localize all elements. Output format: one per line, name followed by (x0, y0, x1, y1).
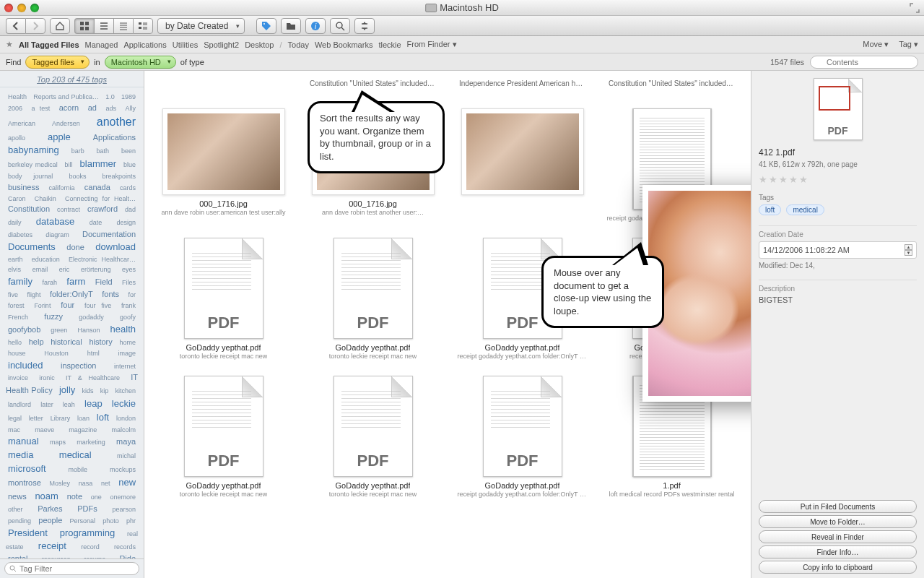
tag-item[interactable]: blue (123, 161, 136, 168)
tag-item[interactable]: noam (35, 491, 58, 501)
tag-item[interactable]: been (121, 147, 136, 155)
tag-item[interactable]: Forint (34, 302, 51, 309)
tag-item[interactable]: Documentation (82, 230, 136, 238)
tag-item[interactable]: microsoft (8, 463, 46, 474)
home-button[interactable] (50, 18, 70, 34)
tag-item[interactable]: babynaming (8, 144, 59, 155)
tag-item[interactable]: invoice (8, 374, 28, 381)
tag-item[interactable]: programming (60, 527, 116, 538)
find-pill-location[interactable]: Macintosh HD (105, 56, 176, 69)
loc-applications[interactable]: Applications (123, 40, 166, 49)
tag-item[interactable]: nasa (79, 480, 93, 487)
tag-item[interactable]: loft (97, 412, 109, 423)
tag-item[interactable]: green (51, 327, 67, 334)
sort-dropdown[interactable]: by Date Created (157, 18, 245, 34)
tag-item[interactable]: done (66, 243, 84, 251)
list-view-button[interactable] (94, 18, 113, 34)
tag-item[interactable]: fonts (102, 290, 119, 298)
close-window-button[interactable] (4, 4, 13, 12)
tag-item[interactable]: 2006 (8, 105, 22, 112)
tag-item[interactable]: hello (8, 339, 22, 346)
tag-item[interactable]: ad (88, 103, 97, 112)
tag-item[interactable]: berkeley medical (8, 161, 58, 168)
tag-item[interactable]: French (8, 314, 28, 321)
tag-item[interactable]: maeve (35, 426, 54, 434)
tag-item[interactable]: included (8, 360, 43, 371)
tag-item[interactable]: kip (100, 387, 109, 394)
tag-item[interactable]: legal (8, 415, 22, 422)
tag-item[interactable]: montrose (8, 478, 41, 487)
tag-item[interactable]: apollo (8, 134, 25, 142)
date-stepper[interactable]: ▲▼ (905, 244, 912, 256)
tag-item[interactable]: five (8, 291, 18, 298)
tag-item[interactable]: elvis (8, 266, 21, 273)
tag-item[interactable]: daily (8, 219, 22, 226)
loc-today[interactable]: Today (288, 40, 309, 49)
tag-item[interactable]: kitchen (116, 387, 136, 394)
tag-item[interactable]: fuzzy (44, 312, 63, 321)
find-pill-tagged[interactable]: Tagged files (25, 56, 90, 69)
tag-item[interactable]: business (8, 183, 39, 191)
file-item[interactable]: PDFGoDaddy yepthat.pdftoronto leckie rec… (307, 376, 439, 498)
tag-item[interactable]: 1989 (121, 93, 136, 100)
tag-item[interactable]: people (38, 516, 62, 525)
tag-item[interactable]: 1.0 (105, 93, 115, 100)
tag-item[interactable]: Caron (8, 195, 26, 202)
tag-item[interactable]: goofy (120, 314, 136, 321)
tag-item[interactable]: dad (125, 206, 136, 213)
file-item[interactable]: PDFGoDaddy yepthat.pdftoronto leckie rec… (157, 238, 289, 360)
tag-item[interactable]: net (101, 480, 110, 487)
tag-item[interactable]: history (89, 337, 112, 346)
tag-item[interactable]: one (91, 493, 102, 501)
tag-item[interactable]: historical (51, 337, 82, 346)
loupe-button[interactable] (330, 18, 350, 34)
tag-item[interactable]: cards (120, 184, 136, 191)
tag-item[interactable]: medical (59, 449, 92, 460)
move-menu[interactable]: Move ▾ (863, 40, 889, 49)
file-item[interactable]: 000_1716.jpgann dave robin user:american… (157, 108, 289, 222)
file-item[interactable]: PDFGoDaddy yepthat.pdftoronto leckie rec… (157, 376, 289, 498)
tag-item[interactable]: IT & Healthcare (66, 374, 120, 381)
inspector-description[interactable]: BIGTEST (759, 296, 917, 324)
tag-item[interactable]: Reports and Publica… (33, 93, 99, 100)
tag-item[interactable]: Mosley (50, 480, 71, 487)
tag-item[interactable]: mac (8, 426, 20, 434)
tag-item[interactable]: bath (97, 147, 110, 155)
tag-item[interactable]: body journal (8, 173, 53, 180)
tag-item[interactable]: manual (8, 436, 39, 447)
tag-item[interactable]: leah (63, 401, 75, 408)
tag-item[interactable]: inspection (61, 361, 97, 370)
tag-item[interactable]: breakpoints (102, 173, 136, 180)
tag-item[interactable]: frank (121, 302, 136, 309)
tag-item[interactable]: internet (114, 363, 136, 370)
icon-view-button[interactable] (74, 18, 94, 34)
tag-item[interactable]: diagram (45, 231, 69, 238)
creation-date-field[interactable]: 14/12/2006 11:08:22 AM ▲▼ (759, 241, 917, 259)
tag-item[interactable]: jolly (59, 384, 75, 395)
tag-item[interactable]: contract (57, 206, 80, 213)
tag-item[interactable]: earth (8, 256, 23, 263)
tag-item[interactable]: bill (65, 161, 73, 168)
tag-item[interactable]: maya (116, 437, 136, 446)
tag-item[interactable]: maps (50, 439, 66, 446)
tag-item[interactable]: leap (84, 398, 103, 409)
tag-item[interactable]: Chaikin (35, 195, 56, 202)
tag-item[interactable]: another (97, 116, 136, 128)
tag-item[interactable]: Electronic Healthcar… (69, 256, 136, 263)
tag-item[interactable]: PDFs (77, 504, 97, 513)
tag-item[interactable]: help (29, 337, 44, 346)
tag-item[interactable]: goofybob (8, 325, 40, 334)
tag-item[interactable]: letter (29, 415, 43, 422)
tag-item[interactable]: books (69, 173, 86, 180)
group-view-button[interactable] (133, 18, 153, 34)
tag-item[interactable]: Andersen (52, 120, 80, 127)
tag-item[interactable]: ads (105, 105, 116, 112)
tag-item[interactable]: house (8, 350, 26, 357)
tag-item[interactable]: pending (8, 517, 31, 525)
tag-item[interactable]: download (95, 241, 136, 252)
tag-item[interactable]: Connecting for Healt… (65, 195, 136, 202)
inspector-action-button[interactable]: Finder Info… (759, 545, 917, 558)
tag-item[interactable]: london (116, 415, 136, 422)
tag-item[interactable]: note (67, 492, 82, 501)
tag-item[interactable]: malcolm (111, 426, 136, 434)
